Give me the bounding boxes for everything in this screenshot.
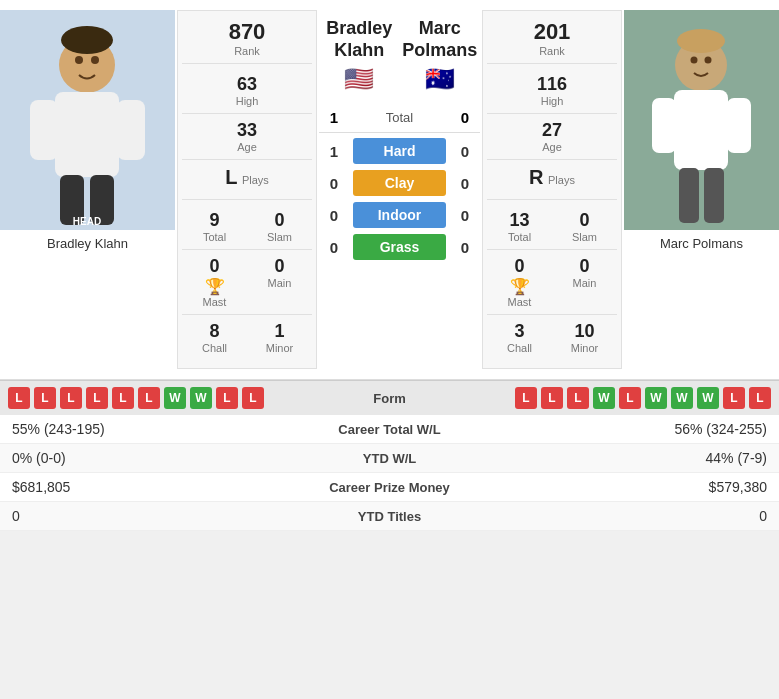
right-chall-value: 3: [489, 321, 550, 342]
right-rank-section: 201 Rank: [487, 19, 617, 64]
clay-surface-btn: Clay: [353, 170, 446, 196]
right-form-badge-10: L: [749, 387, 771, 409]
left-player-photo: HEAD: [0, 10, 175, 230]
left-form-badge-10: L: [242, 387, 264, 409]
prize-right: $579,380: [490, 479, 768, 495]
surface-clay-row: 0 Clay 0: [319, 167, 480, 199]
right-mast-cell: 0 🏆 Mast: [487, 249, 552, 314]
right-form-badge-4: W: [593, 387, 615, 409]
total-left-score: 1: [319, 109, 349, 126]
left-stats-panel: 870 Rank 63 High 33 Age L Plays: [177, 10, 317, 369]
right-form-badge-9: L: [723, 387, 745, 409]
right-slam-cell: 0 Slam: [552, 204, 617, 249]
prize-label: Career Prize Money: [290, 480, 490, 495]
middle-player-names: Bradley Klahn 🇺🇸 Marc Polmans 🇦🇺: [319, 10, 480, 101]
right-total-cell: 13 Total: [487, 204, 552, 249]
left-form-badge-3: L: [60, 387, 82, 409]
left-player-name-line2: Klahn: [321, 40, 398, 62]
form-section: L L L L L L W W L L Form L L L W L W W W: [0, 380, 779, 415]
ytd-wl-right: 44% (7-9): [490, 450, 768, 466]
stats-row-prize: $681,805 Career Prize Money $579,380: [0, 473, 779, 502]
right-age-value: 27: [489, 120, 615, 141]
middle-left-player: Bradley Klahn 🇺🇸: [319, 10, 400, 101]
right-minor-label: Minor: [554, 342, 615, 354]
career-wl-right: 56% (324-255): [490, 421, 768, 437]
surface-hard-row: 1 Hard 0: [319, 135, 480, 167]
left-form-badge-5: L: [112, 387, 134, 409]
right-rank-label: Rank: [487, 45, 617, 57]
svg-point-18: [691, 57, 698, 64]
ytd-titles-label: YTD Titles: [290, 509, 490, 524]
indoor-surface-btn: Indoor: [353, 202, 446, 228]
career-wl-left: 55% (243-195): [12, 421, 290, 437]
right-player-photo-area: Marc Polmans: [624, 10, 779, 369]
svg-rect-13: [674, 90, 728, 170]
right-high-label: High: [489, 95, 615, 107]
right-mast-label: Mast: [508, 296, 532, 308]
grass-right-score: 0: [450, 239, 480, 256]
right-form-badge-3: L: [567, 387, 589, 409]
svg-rect-4: [117, 100, 145, 160]
left-flag: 🇺🇸: [321, 65, 398, 93]
right-rank-value: 201: [487, 19, 617, 45]
left-form-badge-6: L: [138, 387, 160, 409]
left-rank-label: Rank: [182, 45, 312, 57]
left-age-value: 33: [184, 120, 310, 141]
right-player-name-line2: Polmans: [402, 40, 479, 62]
svg-rect-16: [679, 168, 699, 223]
total-row: 1 Total 0: [319, 105, 480, 133]
right-flag: 🇦🇺: [402, 65, 479, 93]
left-form-badge-7: W: [164, 387, 186, 409]
stats-row-career-wl: 55% (243-195) Career Total W/L 56% (324-…: [0, 415, 779, 444]
right-main-value: 0: [554, 256, 615, 277]
stats-row-ytd-titles: 0 YTD Titles 0: [0, 502, 779, 531]
right-age-cell: 27 Age: [487, 113, 617, 159]
svg-rect-2: [55, 92, 119, 177]
svg-point-7: [75, 56, 83, 64]
surface-grass-row: 0 Grass 0: [319, 231, 480, 263]
hard-right-score: 0: [450, 143, 480, 160]
right-mast-value: 0: [514, 256, 524, 277]
right-stat-grid: 116 High 27 Age R Plays: [487, 68, 617, 195]
grass-left-score: 0: [319, 239, 349, 256]
right-slam-label: Slam: [554, 231, 615, 243]
hard-left-score: 1: [319, 143, 349, 160]
right-main-cell: 0 Main: [552, 249, 617, 314]
left-plays-value: L: [225, 166, 237, 188]
right-minor-cell: 10 Minor: [552, 314, 617, 360]
left-player-name-line1: Bradley: [321, 18, 398, 40]
surface-indoor-row: 0 Indoor 0: [319, 199, 480, 231]
form-label: Form: [340, 391, 440, 406]
ytd-titles-left: 0: [12, 508, 290, 524]
left-form-badge-8: W: [190, 387, 212, 409]
right-player-name-line1: Marc: [402, 18, 479, 40]
middle-right-player: Marc Polmans 🇦🇺: [400, 10, 481, 101]
svg-text:HEAD: HEAD: [73, 216, 101, 227]
indoor-right-score: 0: [450, 207, 480, 224]
form-row: L L L L L L W W L L Form L L L W L W W W: [8, 387, 771, 409]
left-plays-cell: L Plays: [182, 159, 312, 195]
svg-rect-15: [727, 98, 751, 153]
left-form-badge-9: L: [216, 387, 238, 409]
stats-row-ytd-wl: 0% (0-0) YTD W/L 44% (7-9): [0, 444, 779, 473]
left-plays-label: Plays: [242, 174, 269, 186]
hard-surface-btn: Hard: [353, 138, 446, 164]
left-high-cell: 63 High: [182, 68, 312, 113]
left-stat-grid: 63 High 33 Age L Plays: [182, 68, 312, 195]
left-age-cell: 33 Age: [182, 113, 312, 159]
left-high-value: 63: [184, 74, 310, 95]
right-plays-label: Plays: [548, 174, 575, 186]
right-form-badge-5: L: [619, 387, 641, 409]
right-form-badge-7: W: [671, 387, 693, 409]
left-form-badge-1: L: [8, 387, 30, 409]
svg-point-20: [677, 29, 725, 53]
ytd-wl-label: YTD W/L: [290, 451, 490, 466]
svg-rect-14: [652, 98, 676, 153]
total-label: Total: [349, 110, 450, 125]
right-form-badge-2: L: [541, 387, 563, 409]
main-container: HEAD Bradley Klahn 870 Rank 63 High 33 A…: [0, 0, 779, 531]
right-chall-cell: 3 Chall: [487, 314, 552, 360]
total-right-score: 0: [450, 109, 480, 126]
svg-rect-3: [30, 100, 58, 160]
grass-surface-btn: Grass: [353, 234, 446, 260]
